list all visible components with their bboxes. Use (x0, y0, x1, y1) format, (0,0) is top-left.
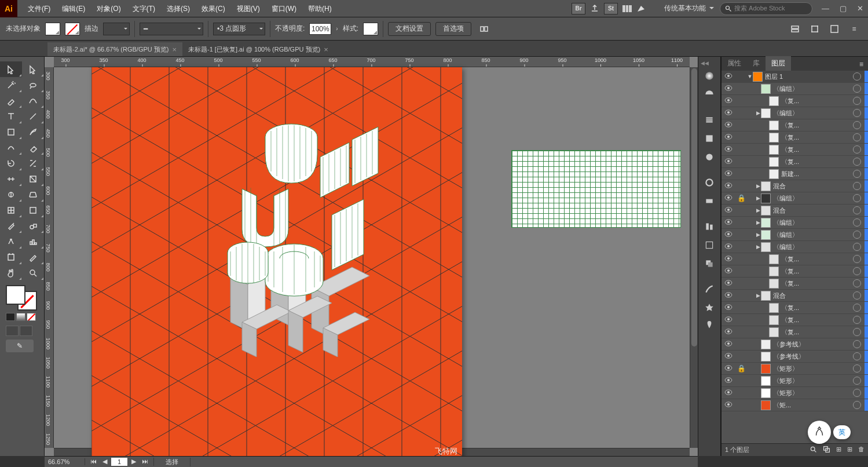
color-guide-icon[interactable] (700, 86, 719, 103)
layer-name[interactable]: 〈参考线〉 (773, 352, 853, 361)
shaper-tool[interactable] (0, 140, 22, 155)
layer-name[interactable]: 〈复... (781, 279, 853, 288)
publish-icon[interactable] (590, 4, 599, 13)
layer-name[interactable]: 〈复... (781, 121, 853, 130)
layer-row[interactable]: 新建... (721, 168, 868, 180)
brushes-panel-icon[interactable] (700, 280, 719, 298)
variable-width-profile[interactable]: ━ (140, 23, 203, 35)
lock-toggle[interactable]: 🔒 (735, 194, 747, 202)
bridge-button[interactable]: Br (572, 3, 585, 14)
layer-row[interactable]: ▶〈编组〉 (721, 217, 868, 229)
width-tool[interactable] (0, 171, 22, 187)
layer-name[interactable]: 〈矩形〉 (773, 377, 853, 385)
layer-name[interactable]: 〈复... (781, 97, 853, 105)
panel-tab-layers[interactable]: 图层 (766, 56, 791, 71)
blend-tool[interactable] (22, 218, 44, 234)
rectangle-tool[interactable] (0, 124, 22, 140)
layer-name[interactable]: 〈复... (781, 316, 853, 324)
layer-name[interactable]: 〈矩... (773, 401, 853, 410)
menu-窗口(W)[interactable]: 窗口(W) (266, 0, 302, 17)
delete-layer-button[interactable]: 🗑 (858, 446, 865, 454)
locate-object-button[interactable] (810, 446, 817, 454)
layer-name[interactable]: 〈复... (781, 255, 853, 264)
layer-name[interactable]: 新建... (781, 170, 853, 178)
rotate-tool[interactable] (0, 155, 22, 171)
arrange-documents-button[interactable] (622, 5, 632, 12)
target-icon[interactable] (853, 401, 861, 409)
ruler-horizontal[interactable]: 3003504004505005506006507007508008509009… (54, 57, 690, 67)
target-icon[interactable] (853, 389, 861, 397)
pen-tool[interactable] (0, 93, 22, 108)
target-icon[interactable] (853, 316, 861, 324)
line-segment-tool[interactable] (22, 108, 44, 124)
direct-selection-tool[interactable] (22, 61, 44, 77)
layer-row[interactable]: 〈矩形〉 (721, 375, 868, 387)
layer-name[interactable]: 〈编组〉 (773, 231, 853, 239)
layer-name[interactable]: 〈复... (781, 133, 853, 142)
pathfinder-panel-icon[interactable] (700, 255, 719, 272)
stock-button[interactable]: St (604, 3, 618, 14)
curvature-tool[interactable] (22, 93, 44, 108)
disclosure-triangle[interactable]: ▶ (755, 244, 761, 250)
visibility-toggle[interactable] (721, 291, 735, 300)
visibility-toggle[interactable] (721, 279, 735, 287)
brush-definition[interactable]: • 3 点圆形 (213, 23, 265, 35)
layer-name[interactable]: 〈编组〉 (773, 194, 853, 203)
layer-row[interactable]: ▶〈编组〉 (721, 107, 868, 119)
target-icon[interactable] (853, 377, 861, 385)
layer-name[interactable]: 〈编组〉 (773, 243, 853, 251)
eraser-tool[interactable] (22, 140, 44, 155)
color-panel-icon[interactable] (700, 67, 719, 85)
target-icon[interactable] (853, 121, 861, 129)
visibility-toggle[interactable] (721, 158, 735, 166)
free-transform-tool[interactable] (22, 171, 44, 187)
menu-文件(F)[interactable]: 文件(F) (22, 0, 56, 17)
target-icon[interactable] (853, 243, 861, 251)
document-tab[interactable]: 未标题-2.ai* @ 66.67% (RGB/GPU 预览)× (47, 42, 182, 56)
swatches-panel-icon[interactable] (700, 318, 719, 335)
layer-row[interactable]: ▶〈编组〉 (721, 241, 868, 253)
layer-row[interactable]: 〈复... (721, 326, 868, 338)
minimize-button[interactable]: — (822, 4, 829, 13)
gradient-tool[interactable] (22, 202, 44, 218)
target-icon[interactable] (853, 85, 861, 93)
visibility-toggle[interactable] (721, 243, 735, 251)
menu-效果(C)[interactable]: 效果(C) (196, 0, 231, 17)
target-icon[interactable] (853, 218, 861, 227)
fill-stroke-swatches[interactable] (6, 285, 37, 311)
target-icon[interactable] (853, 255, 861, 263)
make-clipping-mask-button[interactable] (823, 446, 830, 454)
target-icon[interactable] (853, 133, 861, 141)
visibility-toggle[interactable] (721, 182, 735, 190)
isolate-button[interactable] (826, 22, 843, 36)
visibility-toggle[interactable] (721, 267, 735, 275)
menu-视图(V)[interactable]: 视图(V) (231, 0, 266, 17)
visibility-toggle[interactable] (721, 170, 735, 178)
disclosure-triangle[interactable]: ▼ (747, 74, 753, 79)
target-icon[interactable] (853, 182, 861, 190)
visibility-toggle[interactable] (721, 72, 735, 81)
layer-name[interactable]: 〈编组〉 (773, 85, 853, 93)
stroke-panel-icon[interactable] (700, 111, 719, 129)
target-icon[interactable] (853, 97, 861, 105)
disclosure-triangle[interactable]: ▶ (755, 183, 761, 189)
visibility-toggle[interactable] (721, 401, 735, 409)
layer-row[interactable]: ▶混合 (721, 205, 868, 217)
new-layer-button[interactable]: ⊞ (847, 446, 852, 454)
layer-row[interactable]: 〈复... (721, 144, 868, 156)
column-graph-tool[interactable] (22, 234, 44, 249)
recolor-artwork-button[interactable] (476, 22, 492, 36)
document-setup-button[interactable]: 文档设置 (388, 22, 431, 36)
menu-选择(S)[interactable]: 选择(S) (161, 0, 196, 17)
layer-name[interactable]: 〈复... (781, 267, 853, 276)
target-icon[interactable] (853, 304, 861, 312)
close-button[interactable]: ✕ (857, 4, 863, 13)
target-icon[interactable] (853, 206, 861, 214)
visibility-toggle[interactable] (721, 121, 735, 129)
layer-row[interactable]: 〈参考线〉 (721, 351, 868, 363)
stroke-weight-input[interactable] (103, 23, 130, 35)
layer-name[interactable]: 〈复... (781, 304, 853, 312)
layer-row[interactable]: 🔒▶〈编组〉 (721, 192, 868, 205)
target-icon[interactable] (853, 364, 861, 373)
layer-row[interactable]: 〈复... (721, 278, 868, 290)
